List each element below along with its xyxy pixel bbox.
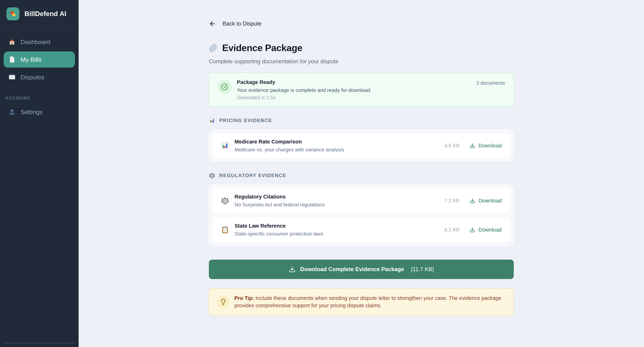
document-description: No Surprises Act and federal regulations [234,202,325,208]
download-label: Download [478,143,502,149]
document-size: 6.1 KB [444,227,460,233]
document-actions: 4.5 KB Download [444,143,502,149]
content-divider [209,256,514,256]
sidebar-item-label: Settings [20,109,43,116]
sidebar-section-label-account: ACCOUNT [5,96,74,101]
app-window: BillDefend AI Dashboard [0,0,644,347]
document-text-block: Medicare Rate Comparison Medicare vs. yo… [234,139,344,153]
download-label: Download [478,198,502,204]
status-title: Package Ready [237,79,372,85]
status-text-block: Package Ready Your evidence package is c… [237,79,372,100]
lightbulb-icon [220,299,227,305]
document-text-block: Regulatory Citations No Surprises Act an… [234,194,325,208]
bill-document-icon [8,56,16,63]
package-ready-card: Package Ready Your evidence package is c… [209,73,514,107]
document-description: Medicare vs. your charges with variance … [234,147,344,153]
download-button[interactable]: Download [470,143,502,149]
document-actions: 6.1 KB Download [444,227,502,233]
person-icon [8,108,16,116]
document-title: State Law Reference [234,223,323,229]
sidebar-item-settings[interactable]: Settings [4,104,75,120]
document-actions: 7.2 KB Download [444,198,502,204]
document-card: Regulatory Citations No Surprises Act an… [212,188,510,214]
sidebar-item-label: My Bills [20,56,42,63]
bar-chart-icon [221,141,229,150]
download-icon [470,143,475,148]
pro-tip-text-block: Pro Tip: Include these documents when se… [234,295,506,309]
pro-tip-card: Pro Tip: Include these documents when se… [209,288,514,315]
main-area: Back to Dispute Evidence Package Complet… [78,0,644,347]
sidebar-item-label: Disputes [20,74,44,81]
envelope-icon [8,73,16,81]
app-logo: BillDefend AI [0,0,78,28]
download-package-button[interactable]: Download Complete Evidence Package (11.7… [209,260,514,279]
download-button[interactable]: Download [470,198,502,204]
content-column: Back to Dispute Evidence Package Complet… [209,0,514,315]
download-label: Download [478,227,502,233]
scales-icon [221,197,229,205]
document-size: 4.5 KB [444,143,460,148]
app-name: BillDefend AI [24,10,66,18]
pro-tip-text: Include these documents when sending you… [234,295,501,308]
status-generated: Generated in 1.5s [237,95,372,100]
documents-group-regulatory: Regulatory Citations No Surprises Act an… [209,184,514,246]
download-package-label: Download Complete Evidence Package [300,266,404,273]
sidebar-nav: Dashboard My Bills Disputes [0,28,78,120]
back-link-label: Back to Dispute [222,20,262,27]
document-title: Medicare Rate Comparison [234,139,344,145]
download-icon [289,266,296,273]
clipboard-icon [221,226,229,234]
sidebar-item-disputes[interactable]: Disputes [4,69,75,85]
bar-chart-icon [209,117,215,124]
scales-icon [209,172,215,179]
pro-tip-label: Pro Tip: [234,295,254,301]
document-card: State Law Reference State-specific consu… [212,217,510,243]
status-doc-count: 3 documents [476,79,505,86]
section-heading-label: REGULATORY EVIDENCE [219,173,286,178]
status-icon-badge [218,80,232,94]
sidebar-item-dashboard[interactable]: Dashboard [4,34,75,50]
arrow-left-icon [209,20,216,27]
check-circle-icon [221,83,228,90]
document-size: 7.2 KB [444,198,460,204]
paperclip-icon [209,43,218,52]
house-icon [8,38,16,46]
download-icon [470,227,475,233]
documents-group-pricing: Medicare Rate Comparison Medicare vs. yo… [209,129,514,162]
page-subtitle: Complete supporting documentation for yo… [209,58,514,65]
back-link[interactable]: Back to Dispute [209,20,262,27]
pill-icon [9,10,17,18]
sidebar-bottom-divider [4,343,75,344]
document-title: Regulatory Citations [234,194,325,200]
section-heading-label: PRICING EVIDENCE [219,118,272,123]
document-description: State-specific consumer protection laws [234,231,323,237]
page-title-row: Evidence Package [209,42,514,53]
tip-icon-badge [217,296,229,308]
sidebar-item-my-bills[interactable]: My Bills [4,51,75,68]
status-description: Your evidence package is complete and re… [237,87,372,93]
document-text-block: State Law Reference State-specific consu… [234,223,323,237]
download-button[interactable]: Download [470,227,502,233]
sidebar: BillDefend AI Dashboard [0,0,78,347]
download-icon [470,198,475,204]
download-package-size: (11.7 KB) [411,266,434,273]
section-heading-pricing: PRICING EVIDENCE [209,117,514,124]
section-heading-regulatory: REGULATORY EVIDENCE [209,172,514,179]
logo-badge [6,7,20,20]
page-title: Evidence Package [222,42,302,53]
sidebar-item-label: Dashboard [20,38,50,45]
document-card: Medicare Rate Comparison Medicare vs. yo… [212,133,510,159]
